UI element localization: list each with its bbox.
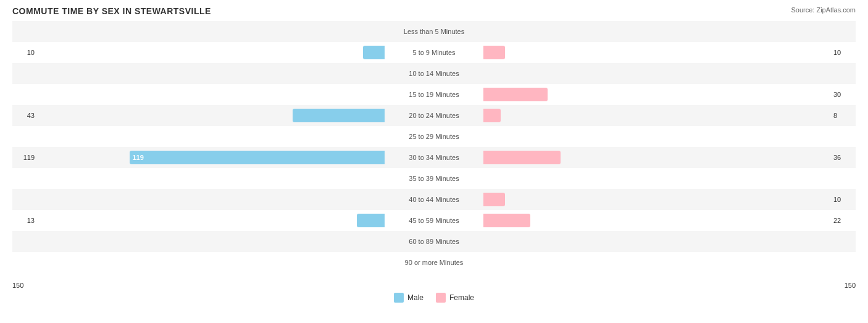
legend-female-label: Female [449, 293, 474, 302]
row-label: 60 to 89 Minutes [385, 238, 483, 245]
row-label: Less than 5 Minutes [385, 28, 483, 35]
female-bar-container [483, 63, 831, 84]
male-value: 119 [12, 154, 37, 161]
female-bar-container [483, 189, 831, 210]
chart-area: Less than 5 Minutes105 to 9 Minutes1010 … [12, 21, 856, 280]
female-bar [483, 109, 501, 122]
female-bar-container [483, 168, 831, 189]
female-value: 10 [831, 196, 856, 203]
legend: Male Female [12, 293, 856, 303]
legend-male-box [394, 293, 404, 303]
male-bar-container [37, 168, 385, 189]
table-row: 90 or more Minutes [12, 252, 856, 273]
male-bar-container [37, 84, 385, 105]
male-bar-container [37, 63, 385, 84]
female-bar-container [483, 42, 831, 63]
row-label: 90 or more Minutes [385, 259, 483, 266]
female-bar-container [483, 21, 831, 42]
female-bar [483, 151, 561, 164]
female-bar-container [483, 84, 831, 105]
table-row: 25 to 29 Minutes [12, 126, 856, 147]
female-bar-container [483, 126, 831, 147]
female-bar [483, 214, 530, 227]
male-value: 13 [12, 217, 37, 224]
chart-title: COMMUTE TIME BY SEX IN STEWARTSVILLE [12, 6, 856, 16]
legend-female-box [436, 293, 446, 303]
table-row: 60 to 89 Minutes [12, 231, 856, 252]
table-row: 105 to 9 Minutes10 [12, 42, 856, 63]
female-bar-container [483, 252, 831, 273]
male-bar-container [37, 210, 385, 231]
male-value: 43 [12, 112, 37, 119]
chart-container: COMMUTE TIME BY SEX IN STEWARTSVILLE Sou… [0, 0, 868, 323]
female-bar [483, 46, 505, 59]
male-bar-container [37, 231, 385, 252]
table-row: 1345 to 59 Minutes22 [12, 210, 856, 231]
row-label: 20 to 24 Minutes [385, 112, 483, 119]
female-value: 22 [831, 217, 856, 224]
female-value: 36 [831, 154, 856, 161]
row-label: 15 to 19 Minutes [385, 91, 483, 98]
female-bar-container [483, 231, 831, 252]
row-label: 25 to 29 Minutes [385, 133, 483, 140]
row-label: 5 to 9 Minutes [385, 49, 483, 56]
male-bar-container [37, 21, 385, 42]
table-row: 10 to 14 Minutes [12, 63, 856, 84]
male-bar-container: 119 [37, 147, 385, 168]
axis-right-label: 150 [845, 282, 856, 289]
female-bar [483, 88, 548, 101]
row-label: 35 to 39 Minutes [385, 175, 483, 182]
table-row: 15 to 19 Minutes30 [12, 84, 856, 105]
male-bar-container [37, 42, 385, 63]
row-label: 45 to 59 Minutes [385, 217, 483, 224]
female-bar-container [483, 210, 831, 231]
male-bar-container [37, 189, 385, 210]
male-bar [363, 46, 385, 59]
female-value: 30 [831, 91, 856, 98]
female-bar [483, 193, 505, 206]
legend-male-label: Male [407, 293, 424, 302]
male-value: 10 [12, 49, 37, 56]
legend-male: Male [394, 293, 424, 303]
male-bar [357, 214, 385, 227]
male-bar-container [37, 252, 385, 273]
legend-female: Female [436, 293, 474, 303]
male-bar: 119 [130, 151, 385, 164]
table-row: 11911930 to 34 Minutes36 [12, 147, 856, 168]
male-bar [293, 109, 385, 122]
male-bar-container [37, 105, 385, 126]
male-bar-container [37, 126, 385, 147]
axis-left-label: 150 [12, 282, 23, 289]
row-label: 30 to 34 Minutes [385, 154, 483, 161]
table-row: 4320 to 24 Minutes8 [12, 105, 856, 126]
row-label: 40 to 44 Minutes [385, 196, 483, 203]
table-row: 35 to 39 Minutes [12, 168, 856, 189]
female-bar-container [483, 147, 831, 168]
table-row: Less than 5 Minutes [12, 21, 856, 42]
female-value: 8 [831, 112, 856, 119]
axis-labels: 150 150 [12, 282, 856, 289]
table-row: 40 to 44 Minutes10 [12, 189, 856, 210]
source-label: Source: ZipAtlas.com [791, 6, 856, 14]
row-label: 10 to 14 Minutes [385, 70, 483, 77]
female-value: 10 [831, 49, 856, 56]
female-bar-container [483, 105, 831, 126]
